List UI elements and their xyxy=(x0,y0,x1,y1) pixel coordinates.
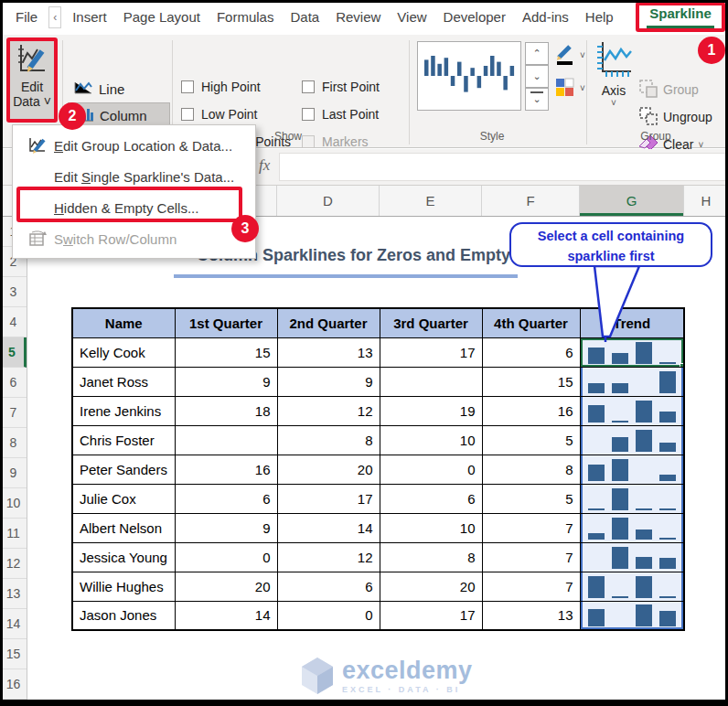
name-cell[interactable]: Jason Jones xyxy=(72,601,175,630)
tab-data[interactable]: Data xyxy=(282,2,327,33)
value-cell[interactable]: 0 xyxy=(380,455,482,484)
name-cell[interactable]: Julie Cox xyxy=(72,484,175,513)
row-header-11[interactable]: 11 xyxy=(0,519,27,549)
column-header-d[interactable]: D xyxy=(276,186,379,216)
value-cell[interactable]: 9 xyxy=(175,513,277,542)
value-cell[interactable]: 17 xyxy=(277,484,380,513)
row-header-5[interactable]: 5 xyxy=(0,337,27,368)
value-cell[interactable]: 13 xyxy=(277,337,380,367)
row-header-3[interactable]: 3 xyxy=(0,277,27,307)
row-header-12[interactable]: 12 xyxy=(0,549,27,579)
value-cell[interactable]: 10 xyxy=(380,513,482,542)
row-header-9[interactable]: 9 xyxy=(0,458,27,488)
sparkline-cell[interactable] xyxy=(580,425,684,455)
name-cell[interactable]: Irene Jenkins xyxy=(72,396,175,425)
value-cell[interactable]: 13 xyxy=(482,601,580,630)
value-cell[interactable]: 16 xyxy=(482,396,580,425)
name-cell[interactable]: Willie Hughes xyxy=(72,572,175,601)
value-cell[interactable]: 5 xyxy=(482,484,580,513)
name-cell[interactable]: Jessica Young xyxy=(72,542,175,572)
checkbox-last-point[interactable]: Last Point xyxy=(302,107,379,122)
tab-review[interactable]: Review xyxy=(327,2,389,33)
value-cell[interactable]: 20 xyxy=(277,455,380,484)
value-cell[interactable]: 10 xyxy=(380,425,482,455)
column-header-f[interactable]: F xyxy=(481,186,579,216)
value-cell[interactable]: 0 xyxy=(175,542,277,572)
value-cell[interactable]: 12 xyxy=(277,542,380,572)
ribbon-collapse-button[interactable]: ‹ xyxy=(48,6,61,28)
value-cell[interactable]: 17 xyxy=(380,337,482,367)
header-cell-1st-quarter[interactable]: 1st Quarter xyxy=(175,308,277,337)
value-cell[interactable]: 6 xyxy=(482,337,580,367)
header-cell-name[interactable]: Name xyxy=(72,308,175,337)
value-cell[interactable]: 15 xyxy=(482,367,580,396)
tab-developer[interactable]: Developer xyxy=(435,2,514,33)
value-cell[interactable]: 8 xyxy=(380,542,482,572)
value-cell[interactable]: 15 xyxy=(175,337,277,367)
marker-color-button[interactable]: ˅ xyxy=(554,74,596,102)
name-cell[interactable]: Janet Ross xyxy=(72,367,175,396)
value-cell[interactable]: 18 xyxy=(175,396,277,425)
checkbox-low-point[interactable]: Low Point xyxy=(181,107,257,122)
value-cell[interactable]: 8 xyxy=(277,425,380,455)
name-cell[interactable]: Kelly Cook xyxy=(72,337,175,367)
gallery-up-button[interactable]: ⌃ xyxy=(525,42,549,65)
gallery-more-button[interactable]: ⌄ xyxy=(525,88,549,111)
sparkline-cell[interactable] xyxy=(580,455,684,484)
header-cell-2nd-quarter[interactable]: 2nd Quarter xyxy=(277,308,380,337)
row-header-8[interactable]: 8 xyxy=(0,428,27,458)
value-cell[interactable]: 7 xyxy=(482,513,580,542)
menu-item-edit-group-location-data[interactable]: Edit Group Location & Data... xyxy=(13,130,255,161)
name-cell[interactable]: Albert Nelson xyxy=(72,513,175,542)
tab-insert[interactable]: Insert xyxy=(64,2,115,33)
formula-input[interactable] xyxy=(279,153,726,181)
row-header-10[interactable]: 10 xyxy=(0,488,27,519)
tab-page-layout[interactable]: Page Layout xyxy=(115,2,209,33)
sparkline-cell[interactable] xyxy=(580,572,684,601)
value-cell[interactable]: 5 xyxy=(482,425,580,455)
checkbox-first-point[interactable]: First Point xyxy=(302,80,380,94)
value-cell[interactable]: 14 xyxy=(175,601,277,630)
insert-function-button[interactable]: fx xyxy=(259,156,270,175)
value-cell[interactable]: 7 xyxy=(482,542,580,572)
sparkline-cell[interactable] xyxy=(580,601,684,630)
header-cell-3rd-quarter[interactable]: 3rd Quarter xyxy=(380,308,482,337)
tab-add-ins[interactable]: Add-ins xyxy=(514,2,577,33)
column-header-e[interactable]: E xyxy=(379,186,481,216)
menu-item-edit-single-sparkline-s-data[interactable]: Edit Single Sparkline's Data... xyxy=(13,161,255,192)
tab-sparkline[interactable]: Sparkline xyxy=(636,0,725,33)
row-header-4[interactable]: 4 xyxy=(0,307,27,337)
value-cell[interactable]: 17 xyxy=(380,601,482,630)
axis-button[interactable]: Axis ˅ xyxy=(593,40,635,121)
gallery-down-button[interactable]: ⌄ xyxy=(525,65,549,88)
sparkline-cell[interactable] xyxy=(580,337,684,367)
edit-data-button[interactable]: Edit Data ˅ xyxy=(8,38,56,121)
row-header-6[interactable]: 6 xyxy=(0,368,27,398)
sparkline-cell[interactable] xyxy=(580,542,684,572)
value-cell[interactable]: 14 xyxy=(277,513,380,542)
sparkline-cell[interactable] xyxy=(580,396,684,425)
value-cell[interactable]: 19 xyxy=(380,396,482,425)
value-cell[interactable] xyxy=(175,425,277,455)
name-cell[interactable]: Peter Sanders xyxy=(72,455,175,484)
sparkline-cell[interactable] xyxy=(580,484,684,513)
value-cell[interactable]: 7 xyxy=(482,572,580,601)
column-header-g[interactable]: G xyxy=(579,186,683,216)
value-cell[interactable] xyxy=(380,367,482,396)
name-cell[interactable]: Chris Foster xyxy=(72,425,175,455)
row-header-15[interactable]: 15 xyxy=(0,639,27,669)
tab-help[interactable]: Help xyxy=(577,2,622,33)
row-header-13[interactable]: 13 xyxy=(0,579,27,609)
value-cell[interactable]: 6 xyxy=(380,484,482,513)
tab-file[interactable]: File xyxy=(7,2,46,33)
type-button-line[interactable]: Line xyxy=(68,76,170,102)
row-header-14[interactable]: 14 xyxy=(0,609,27,639)
value-cell[interactable]: 6 xyxy=(277,572,380,601)
sparkline-cell[interactable] xyxy=(580,513,684,542)
checkbox-high-point[interactable]: High Point xyxy=(181,80,261,94)
sparkline-color-button[interactable]: ˅ xyxy=(554,41,596,69)
value-cell[interactable]: 9 xyxy=(175,367,277,396)
value-cell[interactable]: 9 xyxy=(277,367,380,396)
column-header-h[interactable]: H xyxy=(683,186,728,216)
sparkline-cell[interactable] xyxy=(580,367,684,396)
